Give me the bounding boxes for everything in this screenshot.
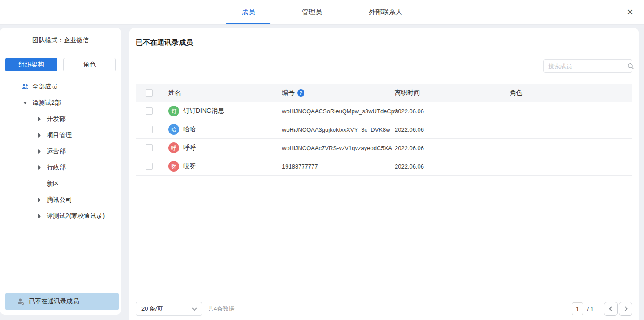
avatar: 钉: [168, 106, 179, 116]
people-group-icon: [22, 84, 29, 90]
tree-item-label: 腾讯公司: [47, 196, 72, 204]
column-header-id: 编号: [282, 89, 295, 97]
tree-item-label: 项目管理: [47, 131, 72, 139]
mode-button-group: 组织架构 角色: [0, 52, 121, 71]
tree-item-label: 新区: [47, 180, 59, 188]
tree-item-project-mgmt[interactable]: 项目管理: [0, 127, 121, 143]
tree-item-label: 谭测试2部: [32, 99, 61, 107]
column-header-role: 角色: [510, 89, 632, 97]
tab-admins[interactable]: 管理员: [287, 0, 337, 24]
select-all-checkbox[interactable]: [146, 89, 153, 97]
row-checkbox[interactable]: [146, 144, 153, 151]
tree-item-school-contacts[interactable]: 谭测试2(家校通讯录): [0, 208, 121, 224]
table-footer: 20 条/页 共4条数据 1 / 1: [136, 302, 632, 316]
main-panel: 已不在通讯录成员 姓名 编号 ? 离职时间: [129, 28, 639, 320]
person-removed-icon: [17, 298, 24, 305]
caret-right-icon[interactable]: [36, 133, 43, 138]
leave-date: 2022.06.06: [395, 163, 510, 170]
table-header: 姓名 编号 ? 离职时间 角色: [136, 84, 632, 102]
next-page-button[interactable]: [619, 302, 632, 316]
page-size-select[interactable]: 20 条/页: [136, 302, 202, 316]
avatar: 哈: [168, 124, 179, 135]
caret-right-icon[interactable]: [36, 117, 43, 121]
row-checkbox[interactable]: [146, 107, 153, 115]
member-name: 钉钉DING消息: [183, 107, 224, 115]
member-name: 哈哈: [183, 125, 196, 133]
row-checkbox[interactable]: [146, 126, 153, 133]
role-button[interactable]: 角色: [63, 58, 116, 71]
column-header-name: 姓名: [168, 89, 282, 97]
table-row[interactable]: 呼 呼呼 woHiJNCQAAc7VRS-vzV1gvzayeodC5XA 20…: [136, 139, 632, 157]
member-id: woHiJNCQAAc7VRS-vzV1gvzayeodC5XA: [282, 145, 395, 151]
current-page-box[interactable]: 1: [572, 302, 583, 315]
tree-item-new-district[interactable]: 新区: [0, 176, 121, 192]
leave-date: 2022.06.06: [395, 108, 510, 115]
tree-item-label: 全部成员: [32, 83, 57, 91]
caret-right-icon[interactable]: [36, 149, 43, 154]
sidebar-item-departed-members[interactable]: 已不在通讯录成员: [5, 293, 119, 310]
caret-right-icon[interactable]: [36, 214, 43, 218]
tree-item-dept-root[interactable]: 谭测试2部: [0, 95, 121, 111]
caret-right-icon[interactable]: [36, 198, 43, 202]
caret-down-icon[interactable]: [22, 102, 29, 104]
prev-page-button[interactable]: [604, 302, 618, 316]
tab-group: 成员 管理员 外部联系人: [218, 0, 426, 24]
row-checkbox[interactable]: [146, 163, 153, 170]
close-icon[interactable]: ×: [623, 5, 637, 19]
page-size-value: 20 条/页: [141, 305, 163, 313]
page-title: 已不在通讯录成员: [136, 28, 632, 55]
member-name: 呼呼: [183, 144, 196, 152]
page-total-label: / 1: [587, 306, 594, 312]
tree-item-label: 开发部: [47, 115, 66, 123]
sidebar: 团队模式：企业微信 组织架构 角色 全部成员 谭测试2部 开发部: [0, 28, 121, 315]
column-header-leave-date: 离职时间: [395, 89, 510, 97]
team-mode-label: 团队模式：企业微信: [0, 28, 121, 52]
member-id: woHiJNCQAACSoRieuQMpw_s3wUTdeCpw: [282, 108, 395, 115]
tree-item-admin-dept[interactable]: 行政部: [0, 160, 121, 176]
table-row[interactable]: 哈 哈哈 woHiJNCQAA3gujkoktxxXVY_3c_DVK8w 20…: [136, 120, 632, 139]
chevron-down-icon: [192, 306, 197, 311]
tree-item-operations-dept[interactable]: 运营部: [0, 143, 121, 160]
tree-item-dev-dept[interactable]: 开发部: [0, 111, 121, 127]
leave-date: 2022.06.06: [395, 126, 510, 133]
tree-item-label: 运营部: [47, 147, 66, 156]
org-tree: 全部成员 谭测试2部 开发部 项目管理 运营部 行政部 新区 腾讯公司: [0, 71, 121, 224]
search-box: [543, 59, 632, 73]
tree-item-all-members[interactable]: 全部成员: [0, 79, 121, 95]
table-row[interactable]: 钉 钉钉DING消息 woHiJNCQAACSoRieuQMpw_s3wUTde…: [136, 102, 632, 120]
tree-item-label: 谭测试2(家校通讯录): [47, 212, 105, 220]
avatar: 呀: [168, 161, 179, 172]
chevron-left-icon: [609, 306, 614, 311]
search-input[interactable]: [548, 63, 627, 70]
toolbar: [136, 55, 632, 77]
leave-date: 2022.06.06: [395, 145, 510, 151]
caret-right-icon[interactable]: [36, 165, 43, 170]
tab-external-contacts[interactable]: 外部联系人: [353, 0, 418, 24]
sidebar-item-label: 已不在通讯录成员: [29, 298, 79, 306]
help-icon[interactable]: ?: [297, 89, 304, 97]
org-structure-button[interactable]: 组织架构: [5, 58, 57, 71]
tab-members[interactable]: 成员: [226, 0, 270, 24]
member-id: 19188777777: [282, 163, 395, 170]
member-name: 哎呀: [183, 162, 196, 170]
table-row[interactable]: 呀 哎呀 19188777777 2022.06.06: [136, 157, 632, 176]
search-icon[interactable]: [627, 63, 634, 70]
tree-item-tencent-company[interactable]: 腾讯公司: [0, 192, 121, 208]
total-count-label: 共4条数据: [208, 305, 234, 313]
member-id: woHiJNCQAA3gujkoktxxXVY_3c_DVK8w: [282, 126, 395, 133]
chevron-right-icon: [622, 306, 627, 311]
top-tab-bar: 成员 管理员 外部联系人 ×: [0, 0, 644, 25]
tree-item-label: 行政部: [47, 164, 66, 172]
avatar: 呼: [168, 142, 179, 153]
